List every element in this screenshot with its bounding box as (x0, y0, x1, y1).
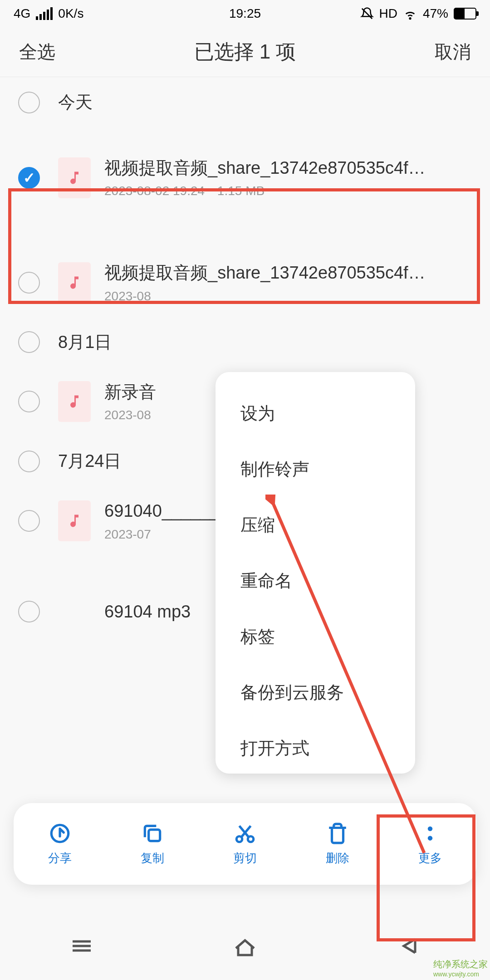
menu-make-ringtone[interactable]: 制作铃声 (216, 441, 415, 497)
status-bar: 4G 0K/s 19:25 HD 47% (0, 0, 490, 27)
file-date: 2023-08 (104, 408, 151, 422)
delete-button[interactable]: 删除 (326, 822, 349, 866)
file-checkbox[interactable] (18, 510, 40, 532)
wifi-icon (403, 6, 417, 21)
svg-point-1 (410, 18, 411, 19)
section-today[interactable]: 今天 (0, 77, 490, 127)
menu-set-as[interactable]: 设为 (216, 386, 415, 441)
music-file-icon (58, 381, 91, 422)
selection-header: 全选 已选择 1 项 取消 (0, 27, 490, 77)
section-label: 8月1日 (58, 331, 112, 354)
file-checkbox-checked[interactable] (18, 167, 40, 189)
toolbar-label: 剪切 (233, 850, 257, 866)
network-speed: 0K/s (58, 6, 83, 21)
signal-icon (36, 7, 53, 20)
toolbar-label: 删除 (326, 850, 349, 866)
section-checkbox[interactable] (18, 451, 40, 472)
section-label: 7月24日 (58, 450, 121, 473)
toolbar-label: 分享 (48, 850, 72, 866)
menu-compress[interactable]: 压缩 (216, 497, 415, 553)
section-checkbox[interactable] (18, 92, 40, 113)
file-date: 2023-07 (104, 527, 151, 541)
file-name: 视频提取音频_share_13742e870535c4f… (104, 157, 472, 179)
section-aug1[interactable]: 8月1日 (0, 317, 490, 368)
recent-apps-icon[interactable] (68, 932, 95, 960)
battery-icon (454, 8, 476, 20)
cancel-button[interactable]: 取消 (435, 39, 471, 64)
svg-rect-5 (149, 829, 160, 841)
share-button[interactable]: 分享 (48, 822, 72, 866)
menu-open-with[interactable]: 打开方式 (216, 720, 415, 760)
hd-label: HD (379, 6, 397, 21)
watermark: 纯净系统之家 www.ycwjty.com (433, 958, 488, 978)
selection-title: 已选择 1 项 (194, 39, 296, 65)
more-options-menu: 设为 制作铃声 压缩 重命名 标签 备份到云服务 打开方式 (216, 372, 415, 774)
file-checkbox[interactable] (18, 391, 40, 412)
toolbar-label: 复制 (141, 850, 164, 866)
status-time: 19:25 (229, 6, 261, 21)
annotation-highlight-1 (8, 188, 480, 304)
menu-backup-cloud[interactable]: 备份到云服务 (216, 665, 415, 720)
section-label: 今天 (58, 91, 93, 114)
file-checkbox[interactable] (18, 601, 40, 622)
menu-rename[interactable]: 重命名 (216, 553, 415, 609)
select-all-button[interactable]: 全选 (19, 39, 55, 64)
section-checkbox[interactable] (18, 331, 40, 353)
cut-button[interactable]: 剪切 (233, 822, 257, 866)
annotation-highlight-2 (377, 814, 475, 941)
battery-percent: 47% (423, 6, 448, 21)
copy-button[interactable]: 复制 (141, 822, 164, 866)
home-icon[interactable] (231, 932, 259, 960)
menu-tags[interactable]: 标签 (216, 609, 415, 665)
music-file-icon (58, 500, 91, 541)
network-type: 4G (14, 6, 30, 21)
bell-off-icon (360, 7, 374, 20)
